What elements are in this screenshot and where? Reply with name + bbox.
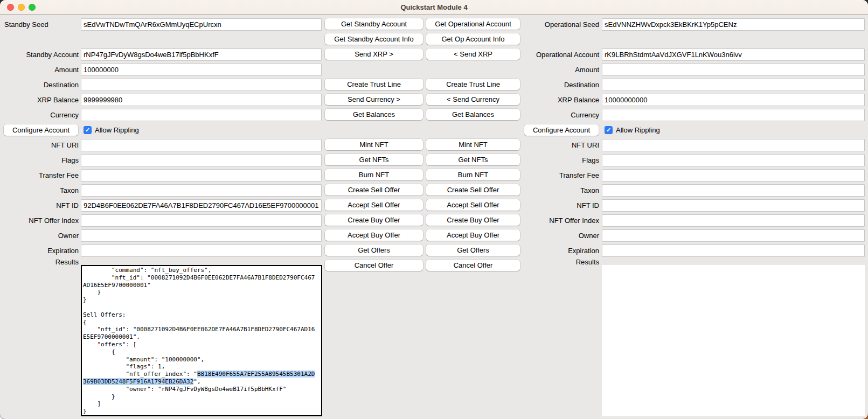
standby-nft-uri-label: NFT URI (0, 139, 79, 151)
standby-owner-input[interactable] (81, 229, 322, 242)
standby-results-textarea[interactable]: "command": "nft_buy_offers", "nft_id": "… (81, 265, 322, 416)
operational-nft-offer-index-input[interactable] (602, 214, 865, 227)
operational-results-textarea[interactable] (602, 265, 865, 416)
standby-standby-seed-label: Standby Seed (4, 18, 79, 31)
operational-configure-account-button[interactable]: Configure Account (524, 124, 599, 136)
operational-send-xrp-button[interactable]: < Send XRP (426, 48, 520, 60)
standby-accept-sell-offer-button[interactable]: Accept Sell Offer (325, 199, 423, 211)
standby-xrp-balance-input[interactable] (81, 94, 322, 106)
standby-amount-label: Amount (0, 64, 79, 76)
operational-destination-input[interactable] (602, 79, 865, 91)
standby-transfer-fee-label: Transfer Fee (0, 169, 79, 181)
standby-create-buy-offer-button[interactable]: Create Buy Offer (325, 214, 423, 226)
operational-allow-rippling-checkbox-icon[interactable]: ✓ (605, 126, 613, 134)
standby-transfer-fee-input[interactable] (81, 169, 322, 181)
standby-allow-rippling-checkbox-icon[interactable]: ✓ (84, 126, 92, 134)
operational-taxon-input[interactable] (602, 184, 865, 197)
standby-send-currency-button[interactable]: Send Currency > (325, 94, 423, 105)
standby-accept-buy-offer-button[interactable]: Accept Buy Offer (325, 229, 423, 241)
standby-results-text: "command": "nft_buy_offers", "nft_id": "… (82, 266, 321, 416)
operational-amount-input[interactable] (602, 64, 865, 76)
operational-allow-rippling-checkbox-label: Allow Rippling (616, 126, 660, 134)
operational-operational-account-input[interactable] (602, 48, 865, 61)
operational-flags-input[interactable] (602, 154, 865, 166)
operational-expiration-input[interactable] (602, 245, 865, 257)
operational-accept-buy-offer-button[interactable]: Accept Buy Offer (426, 229, 520, 241)
standby-destination-input[interactable] (81, 79, 322, 91)
selected-text: 369B03DD5248F5F916A1794EB26DA32 (83, 378, 193, 385)
check-icon: ✓ (606, 127, 611, 133)
operational-create-trust-line-button[interactable]: Create Trust Line (426, 79, 520, 90)
operational-get-nfts-button[interactable]: Get NFTs (426, 154, 520, 165)
standby-flags-label: Flags (0, 154, 79, 166)
standby-expiration-input[interactable] (81, 245, 322, 257)
standby-send-xrp-button[interactable]: Send XRP > (325, 48, 423, 60)
operational-accept-sell-offer-button[interactable]: Accept Sell Offer (426, 199, 520, 211)
standby-currency-label: Currency (0, 109, 79, 121)
operational-nft-uri-input[interactable] (602, 139, 865, 151)
operational-nft-id-input[interactable] (602, 199, 865, 212)
operational-get-op-account-info-button[interactable]: Get Op Account Info (426, 33, 520, 45)
operational-create-sell-offer-button[interactable]: Create Sell Offer (426, 184, 520, 195)
standby-owner-label: Owner (0, 229, 79, 242)
operational-cancel-offer-button[interactable]: Cancel Offer (426, 260, 520, 271)
standby-currency-input[interactable] (81, 109, 322, 121)
operational-operational-seed-input[interactable] (602, 18, 865, 31)
check-icon: ✓ (85, 127, 90, 133)
operational-burn-nft-button[interactable]: Burn NFT (426, 169, 520, 180)
operational-create-buy-offer-button[interactable]: Create Buy Offer (426, 214, 520, 226)
titlebar[interactable]: Quickstart Module 4 (0, 0, 868, 15)
standby-standby-account-input[interactable] (81, 48, 322, 61)
window-content: Standby SeedStandby AccountAmountDestina… (0, 15, 868, 419)
standby-expiration-label: Expiration (0, 245, 79, 257)
standby-nft-id-input[interactable] (81, 199, 322, 212)
app-window: Quickstart Module 4 Standby SeedStandby … (0, 0, 868, 419)
operational-get-operational-account-button[interactable]: Get Operational Account (426, 18, 520, 30)
operational-get-offers-button[interactable]: Get Offers (426, 245, 520, 256)
operational-owner-input[interactable] (602, 229, 865, 242)
standby-nft-id-label: NFT ID (0, 199, 79, 212)
standby-nft-offer-index-input[interactable] (81, 214, 322, 227)
standby-amount-input[interactable] (81, 64, 322, 76)
standby-allow-rippling-checkbox[interactable]: ✓Allow Rippling (84, 124, 139, 136)
operational-xrp-balance-input[interactable] (602, 94, 865, 106)
standby-destination-label: Destination (0, 79, 79, 91)
standby-xrp-balance-label: XRP Balance (0, 94, 79, 106)
operational-get-balances-button[interactable]: Get Balances (426, 109, 520, 120)
standby-create-sell-offer-button[interactable]: Create Sell Offer (325, 184, 423, 195)
standby-nft-uri-input[interactable] (81, 139, 322, 151)
operational-currency-input[interactable] (602, 109, 865, 121)
operational-results-text (602, 265, 865, 266)
standby-mint-nft-button[interactable]: Mint NFT (325, 139, 423, 150)
standby-create-trust-line-button[interactable]: Create Trust Line (325, 79, 423, 90)
standby-allow-rippling-checkbox-label: Allow Rippling (95, 126, 139, 134)
operational-send-currency-button[interactable]: < Send Currency (426, 94, 520, 105)
standby-taxon-input[interactable] (81, 184, 322, 197)
standby-get-standby-account-info-button[interactable]: Get Standby Account Info (325, 33, 423, 45)
operational-allow-rippling-checkbox[interactable]: ✓Allow Rippling (605, 124, 660, 136)
operational-amount-label: Amount (438, 64, 599, 76)
window-title: Quickstart Module 4 (0, 0, 868, 15)
standby-get-balances-button[interactable]: Get Balances (325, 109, 423, 120)
standby-get-nfts-button[interactable]: Get NFTs (325, 154, 423, 165)
operational-transfer-fee-input[interactable] (602, 169, 865, 181)
standby-cancel-offer-button[interactable]: Cancel Offer (325, 260, 423, 271)
standby-get-offers-button[interactable]: Get Offers (325, 245, 423, 256)
standby-standby-seed-input[interactable] (81, 18, 322, 31)
standby-get-standby-account-button[interactable]: Get Standby Account (325, 18, 423, 30)
standby-flags-input[interactable] (81, 154, 322, 166)
standby-results-label: Results (0, 256, 79, 268)
standby-nft-offer-index-label: NFT Offer Index (0, 214, 79, 227)
standby-burn-nft-button[interactable]: Burn NFT (325, 169, 423, 180)
standby-taxon-label: Taxon (0, 184, 79, 197)
selected-text: B818E490F655A7EF255A89545B5301A2D (197, 371, 315, 378)
standby-standby-account-label: Standby Account (0, 48, 79, 61)
standby-configure-account-button[interactable]: Configure Account (4, 124, 78, 136)
operational-mint-nft-button[interactable]: Mint NFT (426, 139, 520, 150)
